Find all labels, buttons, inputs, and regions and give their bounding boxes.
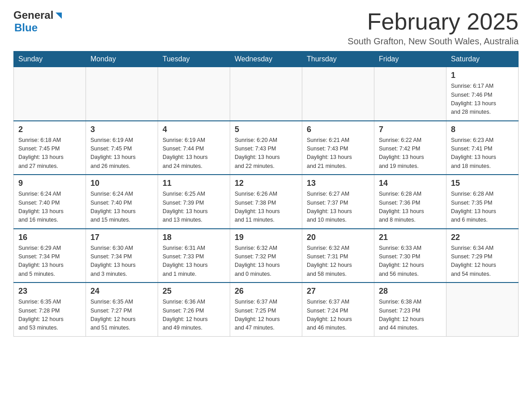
day-info: Sunrise: 6:32 AMSunset: 7:32 PMDaylight:… [235,244,297,279]
day-number: 11 [163,179,225,188]
day-info: Sunrise: 6:21 AMSunset: 7:43 PMDaylight:… [307,136,369,171]
calendar-day-cell [14,67,86,121]
calendar-day-cell: 16Sunrise: 6:29 AMSunset: 7:34 PMDayligh… [14,229,86,283]
calendar-day-cell [86,67,158,121]
day-number: 5 [235,125,297,134]
day-info: Sunrise: 6:17 AMSunset: 7:46 PMDaylight:… [451,82,514,117]
title-area: February 2025 South Grafton, New South W… [348,9,519,47]
calendar-day-cell: 14Sunrise: 6:28 AMSunset: 7:36 PMDayligh… [374,175,446,229]
calendar-day-cell: 11Sunrise: 6:25 AMSunset: 7:39 PMDayligh… [158,175,230,229]
day-info: Sunrise: 6:30 AMSunset: 7:34 PMDaylight:… [90,244,153,279]
day-info: Sunrise: 6:23 AMSunset: 7:41 PMDaylight:… [451,136,514,171]
calendar-day-cell: 7Sunrise: 6:22 AMSunset: 7:42 PMDaylight… [374,121,446,175]
day-number: 26 [235,287,297,296]
day-number: 23 [18,287,81,296]
calendar-day-cell: 28Sunrise: 6:38 AMSunset: 7:23 PMDayligh… [374,283,446,336]
calendar-header-row: SundayMondayTuesdayWednesdayThursdayFrid… [14,51,519,67]
day-info: Sunrise: 6:34 AMSunset: 7:29 PMDaylight:… [451,244,514,279]
day-info: Sunrise: 6:37 AMSunset: 7:25 PMDaylight:… [235,298,297,333]
calendar-week-row: 2Sunrise: 6:18 AMSunset: 7:45 PMDaylight… [14,121,519,175]
day-number: 4 [163,125,225,134]
calendar-day-cell: 18Sunrise: 6:31 AMSunset: 7:33 PMDayligh… [158,229,230,283]
calendar-day-cell [158,67,230,121]
month-title: February 2025 [348,9,519,34]
calendar-header-wednesday: Wednesday [230,51,302,67]
calendar-week-row: 9Sunrise: 6:24 AMSunset: 7:40 PMDaylight… [14,175,519,229]
logo-blue-text: Blue [14,21,38,34]
location-subtitle: South Grafton, New South Wales, Australi… [348,36,519,47]
calendar-day-cell: 12Sunrise: 6:26 AMSunset: 7:38 PMDayligh… [230,175,302,229]
day-number: 21 [379,233,442,242]
day-info: Sunrise: 6:35 AMSunset: 7:28 PMDaylight:… [18,298,81,333]
calendar-day-cell: 9Sunrise: 6:24 AMSunset: 7:40 PMDaylight… [14,175,86,229]
calendar-table: SundayMondayTuesdayWednesdayThursdayFrid… [13,51,519,337]
calendar-day-cell: 19Sunrise: 6:32 AMSunset: 7:32 PMDayligh… [230,229,302,283]
day-number: 13 [307,179,369,188]
day-info: Sunrise: 6:19 AMSunset: 7:44 PMDaylight:… [163,136,225,171]
day-info: Sunrise: 6:22 AMSunset: 7:42 PMDaylight:… [379,136,442,171]
logo-icon [54,11,64,21]
calendar-week-row: 23Sunrise: 6:35 AMSunset: 7:28 PMDayligh… [14,283,519,336]
calendar-week-row: 1Sunrise: 6:17 AMSunset: 7:46 PMDaylight… [14,67,519,121]
calendar-day-cell [230,67,302,121]
calendar-day-cell: 8Sunrise: 6:23 AMSunset: 7:41 PMDaylight… [446,121,519,175]
calendar-day-cell: 27Sunrise: 6:37 AMSunset: 7:24 PMDayligh… [302,283,374,336]
calendar-day-cell: 13Sunrise: 6:27 AMSunset: 7:37 PMDayligh… [302,175,374,229]
day-number: 2 [18,125,81,134]
day-info: Sunrise: 6:28 AMSunset: 7:36 PMDaylight:… [379,190,442,225]
day-number: 19 [235,233,297,242]
day-number: 14 [379,179,442,188]
day-info: Sunrise: 6:35 AMSunset: 7:27 PMDaylight:… [90,298,153,333]
day-info: Sunrise: 6:25 AMSunset: 7:39 PMDaylight:… [163,190,225,225]
day-number: 25 [163,287,225,296]
day-number: 1 [451,71,514,80]
page-header: General Blue February 2025 South Grafton… [13,9,519,47]
day-number: 17 [90,233,153,242]
calendar-header-saturday: Saturday [446,51,519,67]
calendar-day-cell: 22Sunrise: 6:34 AMSunset: 7:29 PMDayligh… [446,229,519,283]
calendar-day-cell: 17Sunrise: 6:30 AMSunset: 7:34 PMDayligh… [86,229,158,283]
calendar-day-cell [302,67,374,121]
calendar-day-cell: 5Sunrise: 6:20 AMSunset: 7:43 PMDaylight… [230,121,302,175]
calendar-day-cell [446,283,519,336]
day-info: Sunrise: 6:18 AMSunset: 7:45 PMDaylight:… [18,136,81,171]
day-info: Sunrise: 6:38 AMSunset: 7:23 PMDaylight:… [379,298,442,333]
calendar-header-monday: Monday [86,51,158,67]
calendar-week-row: 16Sunrise: 6:29 AMSunset: 7:34 PMDayligh… [14,229,519,283]
logo-general-text: General [13,9,53,21]
day-number: 15 [451,179,514,188]
day-number: 20 [307,233,369,242]
day-info: Sunrise: 6:20 AMSunset: 7:43 PMDaylight:… [235,136,297,171]
day-number: 12 [235,179,297,188]
calendar-day-cell: 23Sunrise: 6:35 AMSunset: 7:28 PMDayligh… [14,283,86,336]
calendar-day-cell: 26Sunrise: 6:37 AMSunset: 7:25 PMDayligh… [230,283,302,336]
day-number: 3 [90,125,153,134]
calendar-header-friday: Friday [374,51,446,67]
calendar-day-cell: 15Sunrise: 6:28 AMSunset: 7:35 PMDayligh… [446,175,519,229]
day-info: Sunrise: 6:26 AMSunset: 7:38 PMDaylight:… [235,190,297,225]
calendar-day-cell: 10Sunrise: 6:24 AMSunset: 7:40 PMDayligh… [86,175,158,229]
day-number: 27 [307,287,369,296]
day-info: Sunrise: 6:19 AMSunset: 7:45 PMDaylight:… [90,136,153,171]
day-info: Sunrise: 6:27 AMSunset: 7:37 PMDaylight:… [307,190,369,225]
day-info: Sunrise: 6:32 AMSunset: 7:31 PMDaylight:… [307,244,369,279]
day-number: 22 [451,233,514,242]
calendar-day-cell: 2Sunrise: 6:18 AMSunset: 7:45 PMDaylight… [14,121,86,175]
calendar-header-thursday: Thursday [302,51,374,67]
calendar-header-tuesday: Tuesday [158,51,230,67]
calendar-day-cell: 1Sunrise: 6:17 AMSunset: 7:46 PMDaylight… [446,67,519,121]
calendar-day-cell: 4Sunrise: 6:19 AMSunset: 7:44 PMDaylight… [158,121,230,175]
day-number: 10 [90,179,153,188]
day-info: Sunrise: 6:29 AMSunset: 7:34 PMDaylight:… [18,244,81,279]
day-info: Sunrise: 6:24 AMSunset: 7:40 PMDaylight:… [90,190,153,225]
calendar-day-cell: 25Sunrise: 6:36 AMSunset: 7:26 PMDayligh… [158,283,230,336]
day-number: 8 [451,125,514,134]
calendar-day-cell: 6Sunrise: 6:21 AMSunset: 7:43 PMDaylight… [302,121,374,175]
calendar-day-cell [374,67,446,121]
day-number: 16 [18,233,81,242]
day-info: Sunrise: 6:24 AMSunset: 7:40 PMDaylight:… [18,190,81,225]
calendar-day-cell: 24Sunrise: 6:35 AMSunset: 7:27 PMDayligh… [86,283,158,336]
calendar-day-cell: 20Sunrise: 6:32 AMSunset: 7:31 PMDayligh… [302,229,374,283]
logo: General Blue [13,9,64,34]
day-number: 9 [18,179,81,188]
